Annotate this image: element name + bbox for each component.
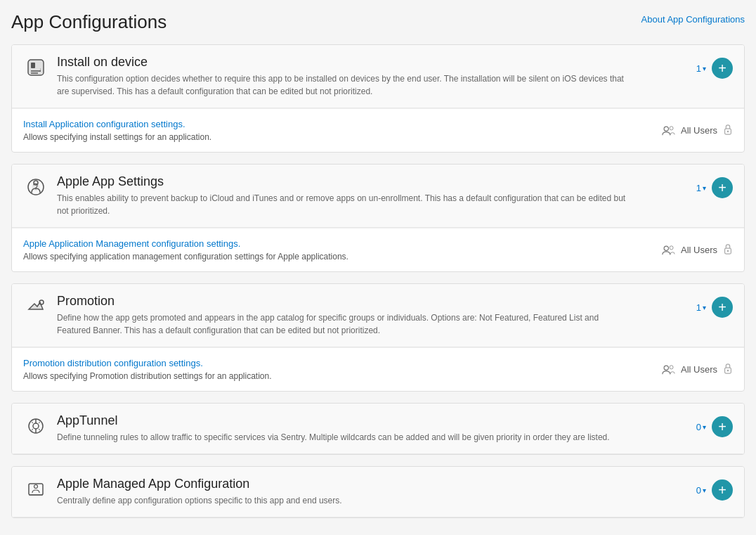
svg-point-9 — [727, 131, 729, 133]
apple-managed-icon — [23, 477, 48, 502]
config-row-link-apple-app-settings[interactable]: Apple Application Management configurati… — [23, 238, 661, 249]
section-desc-promotion: Define how the app gets promoted and app… — [57, 311, 633, 337]
users-label-install-on-device: All Users — [681, 125, 717, 136]
count-badge-apple-app-settings[interactable]: 1 ▾ — [696, 183, 706, 193]
count-badge-install-on-device[interactable]: 1 ▾ — [696, 63, 706, 74]
config-section-promotion: Promotion Define how the app gets promot… — [11, 283, 745, 392]
section-info-apple-managed-app: Apple Managed App Configuration Centrall… — [57, 477, 696, 507]
svg-point-7 — [670, 126, 673, 129]
count-badge-promotion[interactable]: 1 ▾ — [696, 302, 706, 313]
about-app-configurations-link[interactable]: About App Configurations — [641, 11, 745, 25]
svg-point-6 — [664, 127, 668, 131]
config-section-apple-managed-app: Apple Managed App Configuration Centrall… — [11, 466, 745, 518]
svg-point-23 — [33, 423, 39, 429]
section-actions-apple-managed-app: 0 ▾ + — [696, 477, 733, 501]
config-row-link-promotion[interactable]: Promotion distribution configuration set… — [23, 358, 661, 368]
count-badge-apptunnel[interactable]: 0 ▾ — [696, 422, 706, 432]
install-icon: ↓ — [23, 55, 48, 80]
section-header-install-on-device: ↓ Install on device This configuration o… — [12, 45, 744, 108]
lock-icon-promotion — [723, 363, 733, 376]
page-title: App Configurations — [11, 11, 167, 33]
add-button-apple-app-settings[interactable]: + — [712, 177, 733, 198]
add-button-apple-managed-app[interactable]: + — [712, 479, 733, 501]
promotion-icon — [23, 294, 48, 319]
count-badge-apple-managed-app[interactable]: 0 ▾ — [696, 485, 706, 496]
section-title-install-on-device: Install on device — [57, 55, 696, 70]
section-actions-install-on-device: 1 ▾ + — [696, 55, 733, 79]
svg-point-21 — [727, 370, 729, 372]
section-desc-apple-managed-app: Centrally define app configuration optio… — [57, 494, 633, 507]
config-row-info-promotion: Promotion distribution configuration set… — [23, 358, 661, 381]
count-arrow-apple-managed-app: ▾ — [703, 486, 706, 494]
config-section-apptunnel: AppTunnel Define tunneling rules to allo… — [11, 403, 745, 455]
section-info-apple-app-settings: Apple App Settings This enables ability … — [57, 174, 696, 217]
count-arrow-apptunnel: ▾ — [703, 423, 706, 431]
add-button-promotion[interactable]: + — [712, 297, 733, 318]
svg-point-13 — [664, 246, 668, 250]
svg-point-16 — [727, 250, 729, 252]
section-title-apple-app-settings: Apple App Settings — [57, 174, 696, 189]
lock-icon-install-on-device — [723, 124, 733, 137]
lock-icon-apple-app-settings — [723, 243, 733, 257]
apple-settings-icon — [23, 174, 48, 200]
users-icon-promotion — [661, 364, 675, 375]
section-info-install-on-device: Install on device This configuration opt… — [57, 55, 696, 98]
section-header-apptunnel: AppTunnel Define tunneling rules to allo… — [12, 404, 744, 454]
config-section-apple-app-settings: Apple App Settings This enables ability … — [11, 164, 745, 272]
section-title-apple-managed-app: Apple Managed App Configuration — [57, 477, 696, 491]
config-row-info-apple-app-settings: Apple Application Management configurati… — [23, 238, 661, 262]
count-arrow-install-on-device: ▾ — [703, 65, 706, 72]
section-desc-apptunnel: Define tunneling rules to allow traffic … — [57, 431, 633, 444]
svg-point-19 — [670, 365, 673, 368]
svg-text:↓: ↓ — [39, 67, 41, 73]
add-button-install-on-device[interactable]: + — [712, 58, 733, 79]
svg-point-27 — [34, 485, 38, 489]
config-row-desc-apple-app-settings: Allows specifying application management… — [23, 252, 348, 262]
config-row-link-install-on-device[interactable]: Install Application configuration settin… — [23, 119, 661, 129]
section-header-apple-managed-app: Apple Managed App Configuration Centrall… — [12, 467, 744, 517]
page-wrapper: App Configurations About App Configurati… — [0, 0, 756, 535]
users-icon-apple-app-settings — [661, 245, 675, 256]
apptunnel-icon — [23, 413, 48, 439]
sections-container: ↓ Install on device This configuration o… — [11, 44, 745, 518]
config-row-meta-promotion: All Users — [661, 363, 733, 376]
users-icon-install-on-device — [661, 125, 675, 136]
config-row-install-on-device: Install Application configuration settin… — [12, 108, 744, 152]
page-header: App Configurations About App Configurati… — [11, 11, 745, 33]
section-title-promotion: Promotion — [57, 294, 696, 309]
section-actions-promotion: 1 ▾ + — [696, 294, 733, 318]
section-desc-install-on-device: This configuration option decides whethe… — [57, 72, 633, 98]
section-header-promotion: Promotion Define how the app gets promot… — [12, 284, 744, 347]
section-header-apple-app-settings: Apple App Settings This enables ability … — [12, 165, 744, 228]
svg-rect-2 — [31, 63, 35, 68]
add-button-apptunnel[interactable]: + — [712, 416, 733, 437]
svg-point-18 — [664, 366, 668, 370]
users-label-apple-app-settings: All Users — [681, 245, 717, 255]
count-arrow-apple-app-settings: ▾ — [703, 184, 706, 192]
users-label-promotion: All Users — [681, 364, 717, 375]
section-info-apptunnel: AppTunnel Define tunneling rules to allo… — [57, 413, 696, 444]
svg-rect-26 — [29, 484, 43, 495]
section-actions-apple-app-settings: 1 ▾ + — [696, 174, 733, 198]
config-row-apple-app-settings: Apple Application Management configurati… — [12, 228, 744, 271]
count-arrow-promotion: ▾ — [703, 304, 706, 311]
svg-point-14 — [670, 245, 673, 249]
section-info-promotion: Promotion Define how the app gets promot… — [57, 294, 696, 337]
section-actions-apptunnel: 0 ▾ + — [696, 413, 733, 437]
section-title-apptunnel: AppTunnel — [57, 413, 696, 428]
config-section-install-on-device: ↓ Install on device This configuration o… — [11, 44, 745, 153]
section-desc-apple-app-settings: This enables ability to prevent backup t… — [57, 192, 633, 217]
config-row-meta-install-on-device: All Users — [661, 124, 733, 137]
config-row-desc-install-on-device: Allows specifying install settings for a… — [23, 132, 211, 142]
config-row-info-install-on-device: Install Application configuration settin… — [23, 119, 661, 142]
config-row-promotion: Promotion distribution configuration set… — [12, 347, 744, 391]
config-row-meta-apple-app-settings: All Users — [661, 243, 733, 257]
config-row-desc-promotion: Allows specifying Promotion distribution… — [23, 371, 272, 381]
